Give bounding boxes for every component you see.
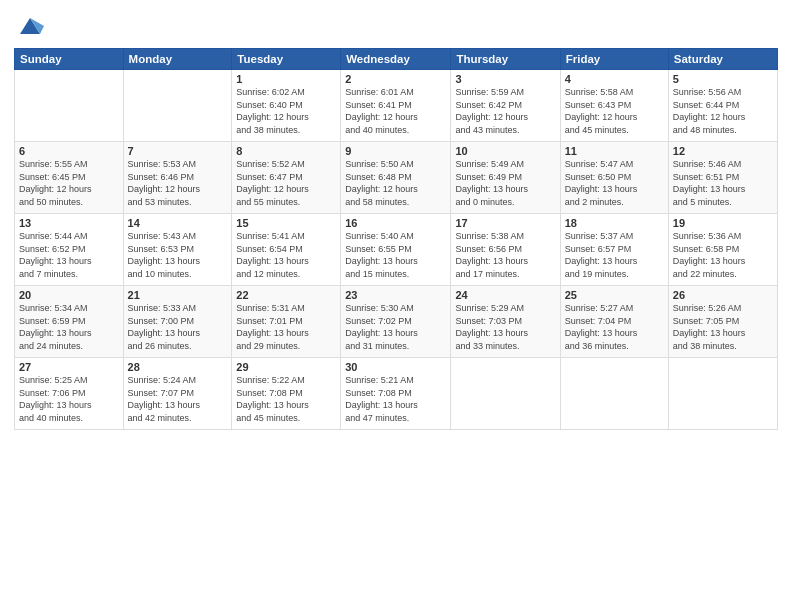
day-number: 13 bbox=[19, 217, 119, 229]
weekday-header-tuesday: Tuesday bbox=[232, 49, 341, 70]
calendar-cell: 28Sunrise: 5:24 AM Sunset: 7:07 PM Dayli… bbox=[123, 358, 232, 430]
day-info: Sunrise: 5:59 AM Sunset: 6:42 PM Dayligh… bbox=[455, 86, 555, 136]
day-number: 16 bbox=[345, 217, 446, 229]
day-number: 7 bbox=[128, 145, 228, 157]
day-info: Sunrise: 5:53 AM Sunset: 6:46 PM Dayligh… bbox=[128, 158, 228, 208]
day-info: Sunrise: 5:46 AM Sunset: 6:51 PM Dayligh… bbox=[673, 158, 773, 208]
calendar-week-row-3: 13Sunrise: 5:44 AM Sunset: 6:52 PM Dayli… bbox=[15, 214, 778, 286]
day-number: 9 bbox=[345, 145, 446, 157]
day-info: Sunrise: 5:25 AM Sunset: 7:06 PM Dayligh… bbox=[19, 374, 119, 424]
day-number: 30 bbox=[345, 361, 446, 373]
day-info: Sunrise: 5:58 AM Sunset: 6:43 PM Dayligh… bbox=[565, 86, 664, 136]
calendar-cell: 13Sunrise: 5:44 AM Sunset: 6:52 PM Dayli… bbox=[15, 214, 124, 286]
calendar-cell: 11Sunrise: 5:47 AM Sunset: 6:50 PM Dayli… bbox=[560, 142, 668, 214]
day-number: 15 bbox=[236, 217, 336, 229]
day-info: Sunrise: 5:30 AM Sunset: 7:02 PM Dayligh… bbox=[345, 302, 446, 352]
calendar-cell bbox=[560, 358, 668, 430]
calendar-cell: 1Sunrise: 6:02 AM Sunset: 6:40 PM Daylig… bbox=[232, 70, 341, 142]
day-number: 4 bbox=[565, 73, 664, 85]
calendar-cell bbox=[123, 70, 232, 142]
day-number: 11 bbox=[565, 145, 664, 157]
day-info: Sunrise: 5:37 AM Sunset: 6:57 PM Dayligh… bbox=[565, 230, 664, 280]
day-number: 22 bbox=[236, 289, 336, 301]
day-number: 3 bbox=[455, 73, 555, 85]
day-info: Sunrise: 5:49 AM Sunset: 6:49 PM Dayligh… bbox=[455, 158, 555, 208]
day-number: 21 bbox=[128, 289, 228, 301]
logo-icon bbox=[16, 12, 44, 40]
day-number: 10 bbox=[455, 145, 555, 157]
day-info: Sunrise: 5:33 AM Sunset: 7:00 PM Dayligh… bbox=[128, 302, 228, 352]
calendar-cell: 19Sunrise: 5:36 AM Sunset: 6:58 PM Dayli… bbox=[668, 214, 777, 286]
calendar-cell: 14Sunrise: 5:43 AM Sunset: 6:53 PM Dayli… bbox=[123, 214, 232, 286]
day-number: 17 bbox=[455, 217, 555, 229]
calendar-cell bbox=[451, 358, 560, 430]
calendar-cell: 7Sunrise: 5:53 AM Sunset: 6:46 PM Daylig… bbox=[123, 142, 232, 214]
calendar-cell: 5Sunrise: 5:56 AM Sunset: 6:44 PM Daylig… bbox=[668, 70, 777, 142]
day-number: 6 bbox=[19, 145, 119, 157]
calendar-week-row-2: 6Sunrise: 5:55 AM Sunset: 6:45 PM Daylig… bbox=[15, 142, 778, 214]
day-number: 23 bbox=[345, 289, 446, 301]
day-number: 27 bbox=[19, 361, 119, 373]
calendar-week-row-4: 20Sunrise: 5:34 AM Sunset: 6:59 PM Dayli… bbox=[15, 286, 778, 358]
calendar-cell bbox=[15, 70, 124, 142]
calendar-cell: 23Sunrise: 5:30 AM Sunset: 7:02 PM Dayli… bbox=[341, 286, 451, 358]
calendar-cell: 26Sunrise: 5:26 AM Sunset: 7:05 PM Dayli… bbox=[668, 286, 777, 358]
day-info: Sunrise: 5:50 AM Sunset: 6:48 PM Dayligh… bbox=[345, 158, 446, 208]
day-info: Sunrise: 5:55 AM Sunset: 6:45 PM Dayligh… bbox=[19, 158, 119, 208]
weekday-header-wednesday: Wednesday bbox=[341, 49, 451, 70]
day-number: 25 bbox=[565, 289, 664, 301]
day-info: Sunrise: 5:31 AM Sunset: 7:01 PM Dayligh… bbox=[236, 302, 336, 352]
day-number: 28 bbox=[128, 361, 228, 373]
day-number: 29 bbox=[236, 361, 336, 373]
calendar-cell: 17Sunrise: 5:38 AM Sunset: 6:56 PM Dayli… bbox=[451, 214, 560, 286]
calendar-cell: 4Sunrise: 5:58 AM Sunset: 6:43 PM Daylig… bbox=[560, 70, 668, 142]
day-info: Sunrise: 5:40 AM Sunset: 6:55 PM Dayligh… bbox=[345, 230, 446, 280]
day-info: Sunrise: 5:43 AM Sunset: 6:53 PM Dayligh… bbox=[128, 230, 228, 280]
day-info: Sunrise: 5:47 AM Sunset: 6:50 PM Dayligh… bbox=[565, 158, 664, 208]
day-number: 24 bbox=[455, 289, 555, 301]
calendar-cell: 25Sunrise: 5:27 AM Sunset: 7:04 PM Dayli… bbox=[560, 286, 668, 358]
day-info: Sunrise: 5:29 AM Sunset: 7:03 PM Dayligh… bbox=[455, 302, 555, 352]
logo bbox=[14, 12, 44, 40]
calendar-cell: 2Sunrise: 6:01 AM Sunset: 6:41 PM Daylig… bbox=[341, 70, 451, 142]
day-number: 14 bbox=[128, 217, 228, 229]
day-info: Sunrise: 5:56 AM Sunset: 6:44 PM Dayligh… bbox=[673, 86, 773, 136]
calendar-week-row-5: 27Sunrise: 5:25 AM Sunset: 7:06 PM Dayli… bbox=[15, 358, 778, 430]
day-info: Sunrise: 5:52 AM Sunset: 6:47 PM Dayligh… bbox=[236, 158, 336, 208]
calendar-cell: 8Sunrise: 5:52 AM Sunset: 6:47 PM Daylig… bbox=[232, 142, 341, 214]
day-info: Sunrise: 5:26 AM Sunset: 7:05 PM Dayligh… bbox=[673, 302, 773, 352]
calendar-table: SundayMondayTuesdayWednesdayThursdayFrid… bbox=[14, 48, 778, 430]
day-info: Sunrise: 6:01 AM Sunset: 6:41 PM Dayligh… bbox=[345, 86, 446, 136]
weekday-header-row: SundayMondayTuesdayWednesdayThursdayFrid… bbox=[15, 49, 778, 70]
day-number: 12 bbox=[673, 145, 773, 157]
calendar-cell: 30Sunrise: 5:21 AM Sunset: 7:08 PM Dayli… bbox=[341, 358, 451, 430]
weekday-header-friday: Friday bbox=[560, 49, 668, 70]
day-info: Sunrise: 5:36 AM Sunset: 6:58 PM Dayligh… bbox=[673, 230, 773, 280]
day-info: Sunrise: 5:21 AM Sunset: 7:08 PM Dayligh… bbox=[345, 374, 446, 424]
day-info: Sunrise: 5:22 AM Sunset: 7:08 PM Dayligh… bbox=[236, 374, 336, 424]
calendar-cell: 24Sunrise: 5:29 AM Sunset: 7:03 PM Dayli… bbox=[451, 286, 560, 358]
calendar-cell: 22Sunrise: 5:31 AM Sunset: 7:01 PM Dayli… bbox=[232, 286, 341, 358]
weekday-header-monday: Monday bbox=[123, 49, 232, 70]
calendar-cell: 29Sunrise: 5:22 AM Sunset: 7:08 PM Dayli… bbox=[232, 358, 341, 430]
calendar-cell: 3Sunrise: 5:59 AM Sunset: 6:42 PM Daylig… bbox=[451, 70, 560, 142]
day-number: 8 bbox=[236, 145, 336, 157]
day-info: Sunrise: 5:24 AM Sunset: 7:07 PM Dayligh… bbox=[128, 374, 228, 424]
day-info: Sunrise: 5:44 AM Sunset: 6:52 PM Dayligh… bbox=[19, 230, 119, 280]
calendar-cell: 21Sunrise: 5:33 AM Sunset: 7:00 PM Dayli… bbox=[123, 286, 232, 358]
day-number: 1 bbox=[236, 73, 336, 85]
calendar-cell: 6Sunrise: 5:55 AM Sunset: 6:45 PM Daylig… bbox=[15, 142, 124, 214]
day-number: 5 bbox=[673, 73, 773, 85]
calendar-cell: 9Sunrise: 5:50 AM Sunset: 6:48 PM Daylig… bbox=[341, 142, 451, 214]
calendar-cell: 12Sunrise: 5:46 AM Sunset: 6:51 PM Dayli… bbox=[668, 142, 777, 214]
calendar-cell: 18Sunrise: 5:37 AM Sunset: 6:57 PM Dayli… bbox=[560, 214, 668, 286]
header bbox=[14, 12, 778, 40]
day-info: Sunrise: 5:27 AM Sunset: 7:04 PM Dayligh… bbox=[565, 302, 664, 352]
weekday-header-thursday: Thursday bbox=[451, 49, 560, 70]
calendar-cell: 27Sunrise: 5:25 AM Sunset: 7:06 PM Dayli… bbox=[15, 358, 124, 430]
day-info: Sunrise: 5:34 AM Sunset: 6:59 PM Dayligh… bbox=[19, 302, 119, 352]
day-info: Sunrise: 6:02 AM Sunset: 6:40 PM Dayligh… bbox=[236, 86, 336, 136]
day-info: Sunrise: 5:38 AM Sunset: 6:56 PM Dayligh… bbox=[455, 230, 555, 280]
calendar-week-row-1: 1Sunrise: 6:02 AM Sunset: 6:40 PM Daylig… bbox=[15, 70, 778, 142]
day-info: Sunrise: 5:41 AM Sunset: 6:54 PM Dayligh… bbox=[236, 230, 336, 280]
